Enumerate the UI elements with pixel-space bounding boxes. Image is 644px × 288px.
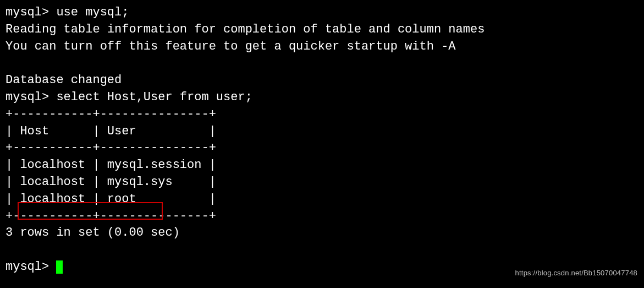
info-line-2: You can turn off this feature to get a q… [5,39,639,56]
cursor-icon [56,260,63,274]
prompt: mysql> [5,260,56,274]
table-border-bottom: +-----------+---------------+ [5,208,639,225]
result-summary: 3 rows in set (0.00 sec) [5,225,639,242]
table-row: | localhost | root | [5,191,639,208]
command-line-1: mysql> use mysql; [5,4,639,21]
table-border-mid: +-----------+---------------+ [5,140,639,157]
command-text: use mysql; [56,6,129,19]
table-row: | localhost | mysql.sys | [5,174,639,191]
table-row: | localhost | mysql.session | [5,157,639,174]
prompt: mysql> [5,6,56,19]
blank-line [5,242,639,259]
blank-line [5,55,639,72]
table-border-top: +-----------+---------------+ [5,106,639,123]
terminal-output: mysql> use mysql; Reading table informat… [5,4,639,276]
watermark-text: https://blog.csdn.net/Bb15070047748 [515,268,637,278]
command-text: select Host,User from user; [56,90,252,104]
command-line-2: mysql> select Host,User from user; [5,89,639,106]
prompt: mysql> [5,90,56,104]
info-line-1: Reading table information for completion… [5,21,639,39]
db-changed-line: Database changed [5,72,639,89]
table-header: | Host | User | [5,123,639,140]
